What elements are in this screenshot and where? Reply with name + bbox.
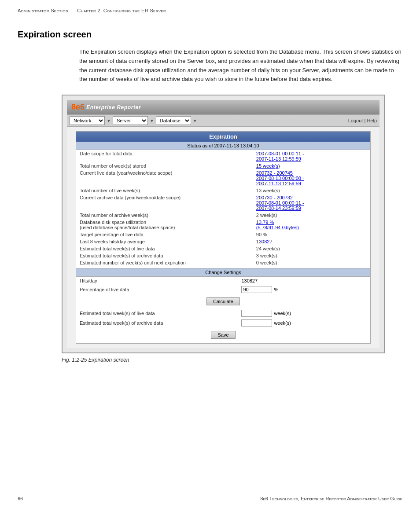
hits-day-display: 130827	[241, 278, 258, 283]
hits-day-value: 130827	[238, 277, 370, 285]
figure-caption: Fig. 1:2-25 Expiration screen	[62, 357, 402, 363]
est-live-result-cell: week(s)	[238, 308, 370, 318]
est-archive-unit: week(s)	[274, 320, 291, 326]
est-archive-result-label: Estimated total week(s) of archive data	[76, 318, 238, 328]
expiration-panel: Expiration Status as of 2007-11-13 13:04…	[76, 131, 371, 344]
status-bar: Status as of 2007-11-13 13:04:10	[76, 142, 370, 150]
table-row: Target percentage of live data 90 %	[76, 231, 370, 238]
est-archive-weeks-label: Estimated total week(s) of archive data	[76, 252, 253, 259]
table-row: Total number of live week(s) 13 week(s)	[76, 187, 370, 194]
table-row: Estimated number of week(s) until next e…	[76, 259, 370, 266]
inner-content: Expiration Status as of 2007-11-13 13:04…	[67, 127, 379, 348]
table-row: Date scope for total data 2007-08-01 00:…	[76, 150, 370, 162]
logo-text: Enterprise Reporter	[86, 104, 141, 110]
data-table: Date scope for total data 2007-08-01 00:…	[76, 150, 370, 266]
logo-8e6: 8e6	[71, 103, 85, 112]
est-live-result-label: Estimated total week(s) of live data	[76, 308, 238, 318]
current-live-value: 200732 - 2007452007-08-13 00:00:00 -2007…	[253, 169, 370, 187]
current-archive-value: 200730 - 2007322007-08-01 00:00:11 -2007…	[253, 194, 370, 212]
description: The Expiration screen displays when the …	[79, 48, 402, 84]
table-row: Current live data (year/weekno/date scop…	[76, 169, 370, 187]
table-row: Total number of archive week(s) 2 week(s…	[76, 212, 370, 219]
est-archive-result-input[interactable]	[241, 319, 272, 327]
network-select[interactable]: Network	[70, 116, 105, 125]
main-content: Expiration screen The Expiration screen …	[0, 16, 420, 381]
total-live-weeks-value: 13 week(s)	[253, 187, 370, 194]
est-archive-result-cell: week(s)	[238, 318, 370, 328]
page-header: Administrator Section Chapter 2: Configu…	[0, 0, 420, 16]
settings-table: Hits/day 130827 Percentage of live data …	[76, 277, 370, 343]
page-number: 66	[18, 496, 23, 501]
table-row: Last 8 weeks hits/day average 130827	[76, 238, 370, 245]
logout-link[interactable]: Logout	[348, 118, 363, 123]
table-row: Estimated total week(s) of live data 24 …	[76, 245, 370, 252]
avg-hits-value: 130827	[253, 238, 370, 245]
page-footer: 66 8e6 Technologies, Enterprise Reporter…	[0, 493, 420, 501]
pct-live-input[interactable]	[241, 286, 272, 293]
save-row: Save	[76, 328, 370, 343]
est-archive-result-row: Estimated total week(s) of archive data …	[76, 318, 370, 328]
help-link[interactable]: Help	[367, 118, 377, 123]
server-select[interactable]: Server	[113, 116, 148, 125]
hits-day-row: Hits/day 130827	[76, 277, 370, 285]
nav-arrow-2: ▼	[150, 118, 154, 123]
pct-live-input-cell: %	[238, 285, 370, 294]
pct-live-label: Percentage of live data	[76, 285, 238, 294]
settings-bar: Change Settings	[76, 268, 370, 277]
pct-symbol: %	[274, 287, 278, 292]
total-archive-weeks-label: Total number of archive week(s)	[76, 212, 253, 219]
est-until-expiration-value: 0 week(s)	[253, 259, 370, 266]
app-logo: 8e6 Enterprise Reporter	[71, 103, 141, 112]
target-pct-value: 90 %	[253, 231, 370, 238]
current-live-label: Current live data (year/weekno/date scop…	[76, 169, 253, 187]
result-row-archive: week(s)	[241, 319, 367, 327]
total-archive-weeks-value: 2 week(s)	[253, 212, 370, 219]
chapter-title: Expiration screen	[18, 29, 402, 40]
date-scope-label: Date scope for total data	[76, 150, 253, 162]
footer-title: 8e6 Technologies, Enterprise Reporter Ad…	[260, 496, 402, 501]
current-archive-label: Current archive data (year/weekno/date s…	[76, 194, 253, 212]
header-chapter: Chapter 2: Configuring the ER Server	[77, 8, 166, 13]
est-live-weeks-value: 24 week(s)	[253, 245, 370, 252]
table-row: Database disk space utilization(used dat…	[76, 219, 370, 231]
table-row: Current archive data (year/weekno/date s…	[76, 194, 370, 212]
est-live-result-row: Estimated total week(s) of live data wee…	[76, 308, 370, 318]
nav-arrow-3: ▼	[193, 118, 197, 123]
target-pct-label: Target percentage of live data	[76, 231, 253, 238]
table-row: Total number of week(s) stored 15 week(s…	[76, 162, 370, 169]
avg-hits-label: Last 8 weeks hits/day average	[76, 238, 253, 245]
nav-arrow-1: ▼	[107, 118, 111, 123]
nav-bar: Network ▼ Server ▼ Database ▼ Logout | H…	[67, 114, 379, 127]
total-live-weeks-label: Total number of live week(s)	[76, 187, 253, 194]
save-button[interactable]: Save	[211, 331, 235, 339]
disk-util-value: 13.79 %(5.78/41.94 Gbytes)	[253, 219, 370, 231]
header-left: Administrator Section Chapter 2: Configu…	[18, 8, 166, 13]
est-archive-weeks-value: 3 week(s)	[253, 252, 370, 259]
total-weeks-label: Total number of week(s) stored	[76, 162, 253, 169]
panel-title: Expiration	[76, 132, 370, 142]
est-live-result-input[interactable]	[241, 310, 272, 317]
pct-live-row: Percentage of live data %	[76, 285, 370, 294]
screenshot-container: 8e6 Enterprise Reporter Network ▼ Server…	[62, 95, 385, 353]
database-select[interactable]: Database	[156, 116, 191, 125]
pct-row: %	[241, 286, 367, 293]
calculate-button[interactable]: Calculate	[206, 297, 240, 305]
est-live-unit: week(s)	[274, 311, 291, 316]
calculate-row: Calculate	[76, 294, 370, 308]
table-row: Estimated total week(s) of archive data …	[76, 252, 370, 259]
nav-right: Logout | Help	[348, 118, 377, 123]
est-until-expiration-label: Estimated number of week(s) until next e…	[76, 259, 253, 266]
date-scope-value: 2007-08-01 00:00:11 -2007-11-13 12:59:59	[253, 150, 370, 162]
total-weeks-value: 15 week(s)	[253, 162, 370, 169]
est-live-weeks-label: Estimated total week(s) of live data	[76, 245, 253, 252]
hits-day-label: Hits/day	[76, 277, 238, 285]
result-row-live: week(s)	[241, 310, 367, 317]
header-left-text: Administrator Section	[18, 8, 68, 13]
disk-util-label: Database disk space utilization(used dat…	[76, 219, 253, 231]
app-header: 8e6 Enterprise Reporter	[67, 100, 379, 114]
